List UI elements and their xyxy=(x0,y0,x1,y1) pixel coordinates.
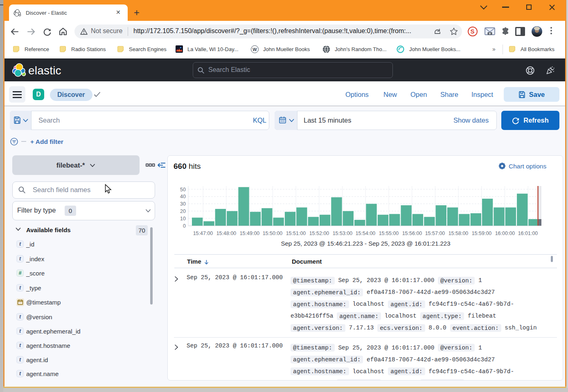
svg-text:16:00:00: 16:00:00 xyxy=(495,231,515,236)
svg-text:30: 30 xyxy=(180,201,186,207)
svg-text:0: 0 xyxy=(183,223,186,229)
svg-text:15:53:00: 15:53:00 xyxy=(333,231,353,236)
svg-text:15:48:00: 15:48:00 xyxy=(216,231,237,236)
svg-text:15:56:00: 15:56:00 xyxy=(402,231,422,236)
svg-text:20: 20 xyxy=(180,208,186,214)
svg-text:15:52:00: 15:52:00 xyxy=(309,231,329,236)
svg-text:15:57:00: 15:57:00 xyxy=(425,231,445,236)
svg-text:15:55:00: 15:55:00 xyxy=(379,231,399,236)
svg-text:15:47:00: 15:47:00 xyxy=(193,231,213,236)
svg-text:40: 40 xyxy=(180,194,186,199)
svg-text:15:58:00: 15:58:00 xyxy=(449,231,469,236)
svg-text:15:59:00: 15:59:00 xyxy=(472,231,492,236)
svg-text:10: 10 xyxy=(180,216,186,222)
svg-text:15:51:00: 15:51:00 xyxy=(286,231,306,236)
svg-text:50: 50 xyxy=(180,187,186,193)
svg-text:15:54:00: 15:54:00 xyxy=(356,231,376,236)
svg-text:15:49:00: 15:49:00 xyxy=(240,231,260,236)
svg-text:16:01:00: 16:01:00 xyxy=(518,231,538,236)
svg-text:15:50:00: 15:50:00 xyxy=(263,231,283,236)
